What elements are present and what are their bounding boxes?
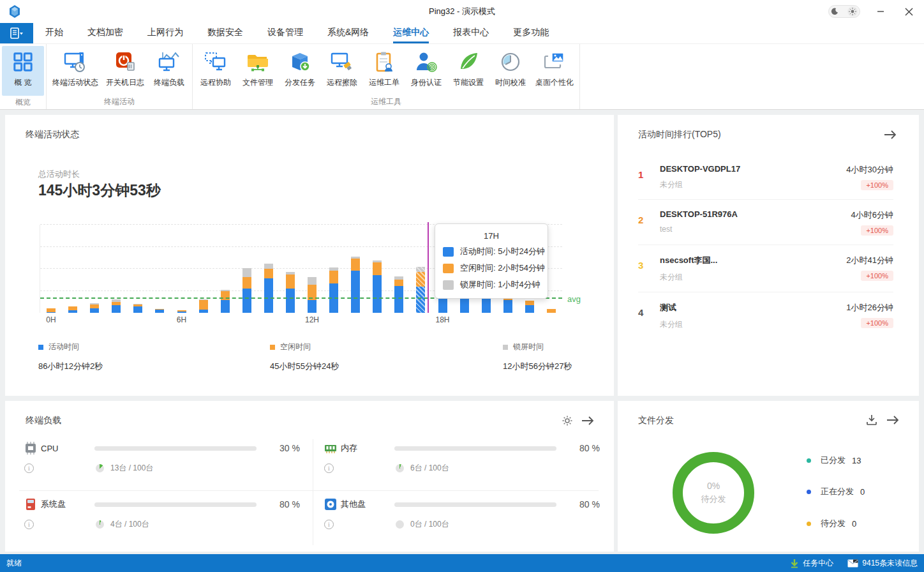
- folder-icon: [246, 49, 269, 75]
- bar-segment[interactable]: [264, 278, 273, 313]
- tab-more-features[interactable]: 更多功能: [501, 23, 561, 43]
- bar-segment[interactable]: [286, 275, 295, 289]
- task-center-button[interactable]: 任务中心: [790, 558, 833, 569]
- bar-segment[interactable]: [525, 305, 534, 313]
- tool-overview[interactable]: 概 览: [2, 46, 44, 96]
- bar-segment[interactable]: [242, 268, 251, 277]
- tab-system-network[interactable]: 系统&网络: [315, 23, 381, 43]
- bar-segment[interactable]: [199, 299, 208, 301]
- active-swatch: [443, 247, 454, 257]
- bar-segment[interactable]: [416, 287, 425, 313]
- bar-segment[interactable]: [351, 259, 360, 271]
- tab-web-behavior[interactable]: 上网行为: [135, 23, 195, 43]
- tool-terminal-load[interactable]: 终端负载: [148, 46, 190, 89]
- sun-toggle[interactable]: [847, 6, 858, 17]
- ranking-row-3[interactable]: 3 nsecsoft李国...未分组 2小时41分钟+100%: [638, 245, 893, 292]
- bar-segment[interactable]: [264, 264, 273, 269]
- bar-segment[interactable]: [373, 260, 382, 262]
- arrow-right-icon[interactable]: [581, 415, 595, 426]
- bar-segment[interactable]: [308, 277, 317, 285]
- bar-segment[interactable]: [308, 300, 317, 313]
- tool-desktop-personalization[interactable]: 桌面个性化: [532, 46, 578, 89]
- bar-segment[interactable]: [525, 301, 534, 305]
- bar-segment[interactable]: [351, 271, 360, 313]
- ranking-row-2[interactable]: 2 DESKTOP-51R976Atest 4小时6分钟+100%: [638, 200, 893, 245]
- download-icon[interactable]: [865, 414, 878, 426]
- bar-segment[interactable]: [329, 271, 338, 283]
- unread-messages-button[interactable]: 9415条未读信息: [847, 558, 918, 569]
- bar-segment[interactable]: [242, 289, 251, 313]
- bar-segment[interactable]: [199, 310, 208, 313]
- bar-segment[interactable]: [286, 289, 295, 313]
- tab-data-security[interactable]: 数据安全: [195, 23, 255, 43]
- theme-toggle[interactable]: [828, 5, 860, 18]
- tab-report-center[interactable]: 报表中心: [441, 23, 501, 43]
- moon-icon[interactable]: [831, 8, 838, 15]
- info-icon[interactable]: i: [324, 520, 334, 529]
- bar-segment[interactable]: [133, 305, 142, 306]
- bar-segment[interactable]: [177, 310, 186, 312]
- bar-segment[interactable]: [416, 267, 425, 272]
- bar-segment[interactable]: [329, 267, 338, 271]
- bar-segment[interactable]: [90, 308, 99, 313]
- bar-segment[interactable]: [547, 309, 556, 313]
- arrow-right-icon[interactable]: [886, 414, 900, 426]
- bar-segment[interactable]: [112, 299, 121, 302]
- tool-time-calibration[interactable]: 时间校准: [489, 46, 532, 89]
- bar-segment[interactable]: [286, 272, 295, 275]
- bar-segment[interactable]: [47, 308, 56, 312]
- bar-segment[interactable]: [90, 303, 99, 305]
- bar-segment[interactable]: [416, 272, 425, 286]
- bar-segment[interactable]: [264, 269, 273, 278]
- bar-segment[interactable]: [68, 306, 77, 310]
- bar-segment[interactable]: [112, 305, 121, 313]
- tool-file-management[interactable]: 文件管理: [237, 46, 279, 89]
- tab-device-management[interactable]: 设备管理: [255, 23, 315, 43]
- bar-segment[interactable]: [503, 300, 512, 313]
- tool-distribution-task[interactable]: 分发任务: [279, 46, 321, 89]
- bar-segment[interactable]: [199, 300, 208, 310]
- bar-segment[interactable]: [177, 312, 186, 313]
- bar-segment[interactable]: [112, 302, 121, 305]
- tool-energy-saving[interactable]: 节能设置: [447, 46, 489, 89]
- bar-segment[interactable]: [242, 277, 251, 289]
- info-icon[interactable]: i: [324, 463, 334, 473]
- ranking-row-4[interactable]: 4 测试未分组 1小时26分钟+100%: [638, 292, 893, 339]
- bar-segment[interactable]: [47, 312, 56, 313]
- ranking-row-1[interactable]: 1 DESKTOP-VGDPL17未分组 4小时30分钟+100%: [638, 154, 893, 200]
- bar-segment[interactable]: [155, 309, 164, 310]
- close-button[interactable]: [896, 0, 921, 23]
- info-icon[interactable]: i: [24, 463, 34, 473]
- bar-segment[interactable]: [90, 305, 99, 308]
- bar-segment[interactable]: [394, 280, 403, 286]
- rank-number: 3: [638, 255, 660, 283]
- bar-segment[interactable]: [155, 310, 164, 313]
- minimize-button[interactable]: [868, 0, 893, 23]
- bar-segment[interactable]: [394, 286, 403, 313]
- tab-ops-center[interactable]: 运维中心: [381, 23, 441, 43]
- tool-power-log[interactable]: 开关机日志: [102, 46, 148, 89]
- tab-start[interactable]: 开始: [33, 23, 75, 43]
- activity-stacked-bar-chart[interactable]: avg 17H 活动时间: 5小时24分钟 空闲时间: 2小时54分钟 锁屏时间…: [40, 225, 562, 313]
- tool-remote-wipe[interactable]: 远程擦除: [321, 46, 363, 89]
- bar-segment[interactable]: [221, 290, 230, 291]
- bar-segment[interactable]: [373, 275, 382, 313]
- tool-identity-auth[interactable]: 身份认证: [405, 46, 447, 89]
- bar-segment[interactable]: [133, 306, 142, 313]
- bar-segment[interactable]: [351, 257, 360, 259]
- avg-line-label: avg: [567, 294, 581, 304]
- info-icon[interactable]: i: [24, 520, 34, 529]
- tool-terminal-activity-status[interactable]: 终端活动状态: [48, 46, 102, 89]
- bar-segment[interactable]: [221, 300, 230, 313]
- gear-icon[interactable]: [562, 415, 573, 426]
- bar-segment[interactable]: [133, 304, 142, 305]
- tool-ops-ticket[interactable]: 运维工单: [363, 46, 405, 89]
- envelope-icon: [847, 559, 858, 568]
- app-menu-button[interactable]: [0, 23, 33, 43]
- bar-segment[interactable]: [373, 262, 382, 275]
- arrow-right-icon[interactable]: [883, 129, 897, 140]
- bar-segment[interactable]: [68, 310, 77, 313]
- tool-remote-assist[interactable]: 远程协助: [195, 46, 237, 89]
- bar-segment[interactable]: [394, 276, 403, 280]
- tab-doc-encryption[interactable]: 文档加密: [75, 23, 135, 43]
